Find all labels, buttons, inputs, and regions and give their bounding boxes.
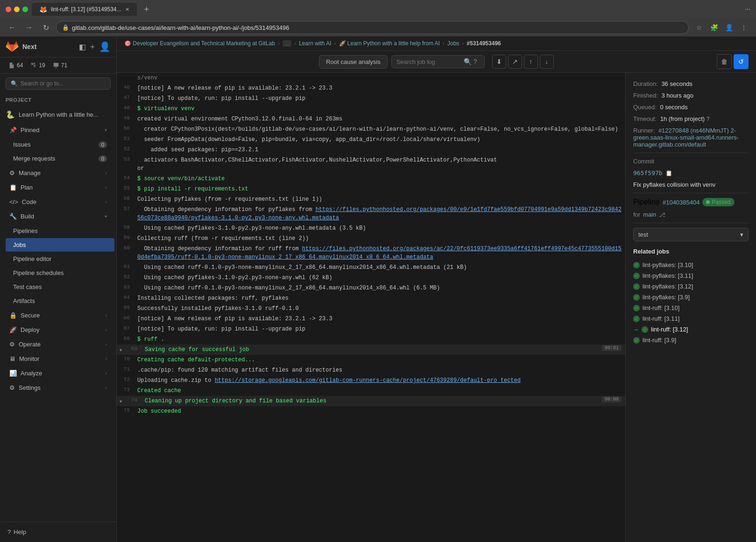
maximize-dot[interactable] — [22, 7, 28, 12]
breadcrumb-learn-with-ai[interactable]: Learn with AI — [299, 40, 331, 47]
merges-stat[interactable]: 19 — [28, 61, 48, 70]
sidebar-item-pipeline-editor[interactable]: Pipeline editor — [6, 252, 114, 266]
log-line: 58 Using cached pyflakes-3.1.0-py2.py3-n… — [117, 223, 625, 233]
sidebar-item-secure[interactable]: 🔒 Secure › — [2, 309, 114, 322]
cache-upload-link[interactable]: https://storage.googleapis.com/gitlab-co… — [215, 377, 521, 384]
pinned-submenu: Issues 0 Merge requests 0 — [0, 137, 116, 166]
stage-dropdown[interactable]: test ▾ — [633, 228, 749, 241]
sidebar-item-build[interactable]: 🔧 Build ▾ — [2, 210, 114, 223]
build-icon: 🔧 — [9, 213, 17, 220]
download-log-button[interactable]: ⬇ — [492, 55, 506, 69]
back-button[interactable]: ← — [6, 21, 19, 34]
log-line: 65 Successfully installed pyflakes-3.1.0… — [117, 303, 625, 314]
merge-requests-badge: 0 — [99, 155, 107, 162]
tab-close-button[interactable]: ✕ — [125, 7, 129, 13]
root-cause-button[interactable]: Root cause analysis — [319, 55, 387, 69]
sidebar-item-analyze[interactable]: 📊 Analyze › — [2, 366, 114, 380]
window-controls[interactable]: ⋯ — [745, 6, 750, 13]
reload-button[interactable]: ↻ — [39, 21, 52, 34]
related-job-item[interactable]: lint-ruff: [3.11] — [633, 313, 749, 324]
forward-button[interactable]: → — [22, 21, 35, 34]
extensions-button[interactable]: 🧩 — [707, 21, 721, 34]
breadcrumb-jobs[interactable]: Jobs — [447, 40, 459, 47]
sidebar-item-manage[interactable]: ⚙ Manage › — [2, 166, 114, 180]
log-container[interactable]: s/venv 46 [notice] A new release of pip … — [117, 73, 625, 542]
scroll-down-button[interactable]: ↓ — [540, 55, 554, 69]
project-item[interactable]: 🐍 Learn Python with a little he... — [0, 106, 116, 123]
share-log-button[interactable]: ↗ — [508, 55, 522, 69]
copy-commit-icon[interactable]: 📋 — [665, 170, 672, 176]
pipeline-schedules-label: Pipeline schedules — [13, 269, 64, 276]
sidebar-item-code[interactable]: </> Code › — [2, 195, 114, 209]
log-line: 53 activators BashActivator,CShellActiva… — [117, 155, 625, 174]
next-button[interactable]: Next — [22, 43, 36, 50]
sidebar-item-merge-requests[interactable]: Merge requests 0 — [6, 152, 114, 165]
queued-value: 0 seconds — [660, 104, 688, 111]
sidebar-avatar-button[interactable]: 👤 — [99, 41, 111, 52]
search-job-log-input[interactable] — [396, 58, 462, 65]
profile-button[interactable]: 👤 — [722, 21, 735, 34]
related-job-item[interactable]: lint-ruff: [3.10] — [633, 303, 749, 313]
sidebar-item-test-cases[interactable]: Test cases — [6, 280, 114, 294]
related-job-item[interactable]: lint-pyflakes: [3.12] — [633, 281, 749, 292]
sidebar-stats: 64 19 71 — [0, 57, 116, 74]
files-stat[interactable]: 64 — [6, 61, 26, 70]
log-line: 71 .cache/pip: found 120 matching artifa… — [117, 365, 625, 375]
breadcrumb-dots-button[interactable]: ... — [283, 40, 291, 47]
breadcrumb-org[interactable]: 🎯 Developer Evangelism and Technical Mar… — [124, 40, 275, 47]
browser-tab[interactable]: 🦊 lint-ruff: [3.12] (#53149534... ✕ — [32, 3, 137, 16]
retry-job-button[interactable]: ↺ — [734, 54, 749, 69]
delete-job-button[interactable]: 🗑 — [717, 54, 732, 69]
sidebar-item-pipeline-schedules[interactable]: Pipeline schedules — [6, 266, 114, 280]
search-input[interactable] — [21, 80, 106, 87]
sidebar-add-button[interactable]: ＋ — [89, 41, 96, 52]
section-expand-button[interactable]: ▾ — [117, 346, 124, 353]
address-bar[interactable]: 🔒 gitlab.com/gitlab-de/use-cases/ai/lear… — [56, 21, 689, 34]
merges-count: 19 — [39, 62, 45, 69]
pipeline-link[interactable]: #1040385404 — [663, 199, 700, 206]
line-num: 61 — [117, 263, 135, 269]
comments-stat[interactable]: 71 — [50, 61, 70, 70]
pyflakes-metadata-link[interactable]: https://files.pythonhosted.org/packages/… — [137, 206, 622, 221]
search-input-wrap[interactable]: 🔍 — [6, 77, 111, 90]
sidebar-item-monitor[interactable]: 🖥 Monitor › — [2, 352, 114, 366]
section-expand-button[interactable]: ▾ — [117, 397, 124, 405]
related-job-item[interactable]: lint-ruff: [3.9] — [633, 335, 749, 345]
ruff-metadata-link[interactable]: https://files.pythonhosted.org/packages/… — [137, 246, 622, 260]
sidebar-toggle-button[interactable]: ◧ — [79, 41, 86, 52]
search-log-button[interactable]: 🔍 — [464, 58, 472, 65]
scroll-up-button[interactable]: ↑ — [524, 55, 538, 69]
help-button[interactable]: ? Help — [6, 526, 111, 538]
commit-hash[interactable]: 965f597b — [633, 169, 663, 176]
related-job-label: lint-ruff: [3.11] — [643, 315, 679, 322]
sidebar-item-settings[interactable]: ⚙ Settings › — [2, 381, 114, 394]
related-job-item-current[interactable]: → lint-ruff: [3.12] — [633, 324, 749, 335]
sidebar-item-pipelines[interactable]: Pipelines — [6, 224, 114, 238]
bookmark-button[interactable]: ☆ — [692, 21, 706, 34]
line-num: 67 — [117, 324, 135, 331]
related-job-item[interactable]: lint-pyflakes: [3.10] — [633, 260, 749, 270]
nav-extras: ☆ 🧩 👤 ⋮ — [692, 21, 750, 34]
sidebar-item-deploy[interactable]: 🚀 Deploy › — [2, 323, 114, 337]
log-line: 72 Uploading cache.zip to https://storag… — [117, 375, 625, 386]
close-dot[interactable] — [6, 7, 11, 12]
sidebar-item-issues[interactable]: Issues 0 — [6, 138, 114, 151]
line-num: 55 — [117, 184, 135, 191]
timeout-help-icon[interactable]: ? — [707, 116, 710, 122]
help-search-button[interactable]: ? — [473, 58, 477, 65]
related-job-item[interactable]: lint-pyflakes: [3.9] — [633, 292, 749, 303]
sidebar-item-operate[interactable]: ⚙ Operate › — [2, 338, 114, 351]
sidebar-item-pinned[interactable]: 📌 Pinned ▾ — [2, 123, 114, 137]
related-job-item[interactable]: lint-pyflakes: [3.11] — [633, 270, 749, 281]
menu-button[interactable]: ⋮ — [737, 21, 750, 34]
line-content: created virtual environment CPython3.12.… — [135, 114, 625, 124]
minimize-dot[interactable] — [14, 7, 20, 12]
sidebar-item-artifacts[interactable]: Artifacts — [6, 294, 114, 308]
main-branch[interactable]: main — [643, 211, 656, 218]
jobs-label: Jobs — [13, 241, 26, 248]
sidebar-item-jobs[interactable]: Jobs — [6, 238, 114, 252]
breadcrumb-project[interactable]: 🚀 Learn Python with a little help from A… — [339, 40, 440, 47]
sidebar-item-plan[interactable]: 📋 Plan › — [2, 181, 114, 194]
new-tab-button[interactable]: + — [141, 5, 153, 14]
line-content: Successfully installed pyflakes-3.1.0 ru… — [135, 304, 625, 313]
